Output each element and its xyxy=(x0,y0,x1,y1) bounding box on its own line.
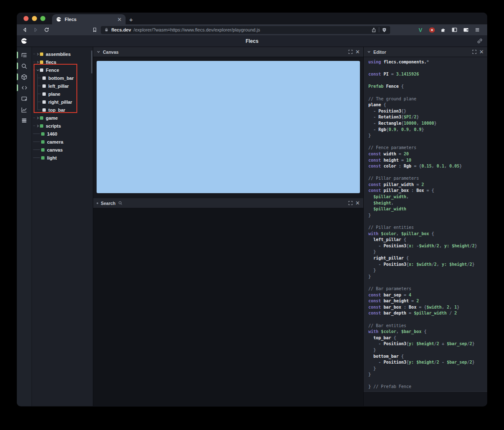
entity-square-icon xyxy=(42,100,46,104)
chevron-down-icon[interactable] xyxy=(97,50,100,54)
chevron-right-icon[interactable] xyxy=(35,52,40,56)
code-line: - Position3{} xyxy=(368,108,487,115)
vue-devtools-icon[interactable]: V xyxy=(416,26,425,34)
expand-icon[interactable] xyxy=(472,50,477,54)
adblock-extension-icon[interactable] xyxy=(428,26,436,34)
render-canvas[interactable] xyxy=(97,61,360,193)
below-editor-filler xyxy=(364,391,487,406)
entity-square-icon xyxy=(42,84,46,88)
tree-connector xyxy=(38,110,41,110)
wallet-icon[interactable] xyxy=(462,26,470,34)
tree-item-Fence[interactable]: Fence xyxy=(32,66,93,74)
canvas-panel: Canvas ✕ xyxy=(93,47,363,198)
code-line: const height = 10 xyxy=(368,157,487,164)
extension-icons: V xyxy=(416,26,481,34)
code-line: - Position3{x: -$width/2, y: $height/2} xyxy=(368,243,487,249)
search-body[interactable] xyxy=(93,208,363,406)
chevron-right-icon[interactable] xyxy=(35,124,40,128)
code-line: plane { xyxy=(368,102,487,108)
tree-item-label: plane xyxy=(48,92,60,97)
search-panel-header[interactable]: Search ✕ xyxy=(93,198,363,208)
tree-connector xyxy=(37,106,38,110)
tree-item-game[interactable]: game xyxy=(32,114,93,122)
code-editor[interactable]: using flecs.components.* const PI = 3.14… xyxy=(364,57,487,391)
code-line: - Position3{y: $height/2 - $bar_sep/2} xyxy=(368,359,487,366)
tree-rows: assembliesflecsFencebottom_barleft_pilla… xyxy=(32,50,93,162)
chevron-down-icon[interactable] xyxy=(367,50,371,54)
tree-item-label: bottom_bar xyxy=(48,76,74,81)
tree-item-label: camera xyxy=(47,139,63,144)
editor-panel-header[interactable]: Editor ✕ xyxy=(364,47,487,57)
url-path: /explorer/?wasm=https://www.flecs.dev/ex… xyxy=(134,27,369,32)
forward-button[interactable] xyxy=(32,26,39,34)
panel-dot-icon[interactable] xyxy=(97,202,98,204)
share-icon[interactable] xyxy=(371,27,376,33)
tree-connector xyxy=(33,134,40,134)
close-panel-icon[interactable]: ✕ xyxy=(479,49,484,55)
code-line: $pillar_width, xyxy=(368,194,487,200)
rows-icon[interactable] xyxy=(17,115,32,126)
back-button[interactable] xyxy=(21,26,29,34)
code-line: using flecs.components.* xyxy=(368,59,487,66)
tree-item-bottom_bar[interactable]: bottom_bar xyxy=(32,74,93,82)
zoom-window-button[interactable] xyxy=(40,16,45,21)
tree-connector xyxy=(33,142,40,142)
code-line: $height, xyxy=(368,200,487,207)
sidebar-toggle-icon[interactable] xyxy=(450,26,459,34)
tree-item-right_pillar[interactable]: right_pillar xyxy=(32,98,93,106)
code-line: const bar_box : Box = {$width, 2, 1} xyxy=(368,304,487,311)
expand-icon[interactable] xyxy=(348,201,353,205)
close-panel-icon[interactable]: ✕ xyxy=(355,200,360,206)
tree-view-icon[interactable] xyxy=(17,50,32,60)
chevron-right-icon[interactable] xyxy=(35,60,40,64)
browser-toolbar: flecs.dev /explorer/?wasm=https://www.fl… xyxy=(17,24,487,35)
close-window-button[interactable] xyxy=(24,16,29,21)
link-icon[interactable] xyxy=(477,38,483,44)
tree-item-assemblies[interactable]: assemblies xyxy=(32,50,93,58)
url-bar[interactable]: flecs.dev /explorer/?wasm=https://www.fl… xyxy=(101,26,390,34)
close-panel-icon[interactable]: ✕ xyxy=(355,49,360,55)
inspect-icon[interactable] xyxy=(17,93,32,104)
chevron-right-icon[interactable] xyxy=(35,116,40,120)
code-line: top_bar { xyxy=(368,335,487,341)
brave-shield-icon[interactable] xyxy=(382,27,387,33)
minimize-window-button[interactable] xyxy=(32,16,37,21)
chevron-down-icon[interactable] xyxy=(35,68,40,72)
bookmark-icon[interactable] xyxy=(91,26,98,34)
code-line: } xyxy=(368,366,487,372)
expand-icon[interactable] xyxy=(348,50,353,54)
tree-item-scripts[interactable]: scripts xyxy=(32,122,93,130)
chart-icon[interactable] xyxy=(17,104,32,115)
code-line: const bar_depth = $pillar_width / 2 xyxy=(368,310,487,317)
new-tab-button[interactable]: + xyxy=(126,14,136,24)
code-icon[interactable] xyxy=(17,82,32,93)
tree-item-label: game xyxy=(46,115,58,121)
tree-item-camera[interactable]: camera xyxy=(32,138,93,146)
code-line: left_pillar { xyxy=(368,237,487,243)
tree-item-flecs[interactable]: flecs xyxy=(32,58,93,66)
menu-icon[interactable] xyxy=(473,26,481,34)
tree-item-top_bar[interactable]: top_bar xyxy=(32,106,93,114)
code-line: const color : Rgb = {0.15, 0.1, 0.05} xyxy=(368,163,487,170)
canvas-panel-header[interactable]: Canvas ✕ xyxy=(93,47,363,57)
tree-item-plane[interactable]: plane xyxy=(32,90,93,98)
tree-item-left_pillar[interactable]: left_pillar xyxy=(32,82,93,90)
app-header: Flecs xyxy=(17,35,487,47)
code-line xyxy=(368,317,487,323)
tree-item-canvas[interactable]: canvas xyxy=(32,146,93,154)
code-line: // Fence parameters xyxy=(368,145,487,151)
code-line: // Pillar parameters xyxy=(368,176,487,182)
code-line: } xyxy=(368,267,487,274)
code-line xyxy=(368,170,487,176)
code-line: // Bar parameters xyxy=(368,286,487,292)
tree-item-1460[interactable]: 1460 xyxy=(32,130,93,138)
cube-icon[interactable] xyxy=(17,71,32,82)
tab-close-icon[interactable]: ✕ xyxy=(117,17,122,22)
code-line: Prefab Fence { xyxy=(368,84,487,90)
reload-button[interactable] xyxy=(43,26,50,34)
tree-item-light[interactable]: light xyxy=(32,154,93,162)
extensions-puzzle-icon[interactable] xyxy=(439,26,447,34)
browser-tab[interactable]: Flecs ✕ xyxy=(52,14,126,24)
search-icon[interactable] xyxy=(17,60,32,71)
lock-icon xyxy=(104,27,109,32)
